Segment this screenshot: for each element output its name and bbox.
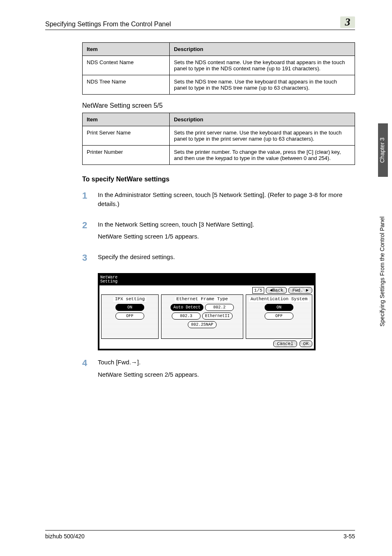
panel-title-line2: Setting <box>100 279 118 284</box>
to-specify-heading: To specify NetWare settings <box>82 176 355 183</box>
cell-item: Print Server Name <box>83 126 170 146</box>
step-text: In the Network Setting screen, touch [3 … <box>98 220 355 229</box>
frame-type-label: Ethernet Frame Type <box>175 297 229 301</box>
cancel-button[interactable]: Cancel <box>273 341 297 347</box>
frame-8022-button[interactable]: 802.2 <box>205 304 234 311</box>
side-tab: Chapter 3 Specifying Settings From the C… <box>378 123 388 366</box>
th-item: Item <box>83 43 170 56</box>
step-number: 2 <box>82 220 98 230</box>
frame-8023-button[interactable]: 802.3 <box>172 313 201 320</box>
step-number: 4 <box>82 358 98 368</box>
auto-detect-button[interactable]: Auto Detect <box>171 304 203 311</box>
th-item: Item <box>83 113 170 126</box>
netware-panel-screenshot: NetWare Setting 1/5 ◄Back Fwd. ► IPX set… <box>98 273 316 350</box>
cell-item: Printer Number <box>83 146 170 165</box>
footer-page: 3-55 <box>344 533 355 540</box>
step-text: NetWare Setting screen 2/5 appears. <box>98 370 355 379</box>
ok-button[interactable]: OK <box>300 341 312 347</box>
side-chapter: Chapter 3 <box>378 123 388 177</box>
table-row: Printer Number Sets the printer number. … <box>83 146 355 165</box>
back-button[interactable]: ◄Back <box>266 287 287 294</box>
cell-desc: Sets the print server name. Use the keyb… <box>170 126 355 146</box>
ethernet2-button[interactable]: EthernetII <box>202 313 233 320</box>
side-title: Specifying Settings From the Control Pan… <box>378 177 388 366</box>
table-row: Print Server Name Sets the print server … <box>83 126 355 146</box>
th-desc: Description <box>170 113 355 126</box>
ipx-off-button[interactable]: OFF <box>115 313 144 320</box>
th-desc: Description <box>170 43 355 56</box>
ipx-setting-label: IPX setting <box>113 297 147 301</box>
section-title: Specifying Settings From the Control Pan… <box>45 21 340 28</box>
snap-button[interactable]: 802.2SNAP <box>188 321 217 328</box>
step-text: Specify the desired settings. <box>98 253 355 262</box>
cell-desc: Sets the NDS context name. Use the keybo… <box>170 56 355 75</box>
step-text: NetWare Setting screen 1/5 appears. <box>98 232 355 241</box>
auth-system-label: Authentication System <box>249 297 309 301</box>
cell-item: NDS Tree Name <box>83 75 170 95</box>
cell-item: NDS Context Name <box>83 56 170 75</box>
ipx-on-button[interactable]: ON <box>115 304 144 311</box>
netware-5-5-heading: NetWare Setting screen 5/5 <box>82 102 355 109</box>
step-number: 1 <box>82 190 98 200</box>
chapter-badge: 3 <box>340 16 355 28</box>
table-row: NDS Tree Name Sets the NDS tree name. Us… <box>83 75 355 95</box>
step-text: Touch [Fwd.→]. <box>98 358 355 367</box>
step-number: 3 <box>82 253 98 262</box>
page-indicator: 1/5 <box>252 287 265 294</box>
footer-model: bizhub 500/420 <box>45 533 85 540</box>
auth-on-button[interactable]: ON <box>265 304 293 311</box>
print-server-table: Item Description Print Server Name Sets … <box>82 113 355 165</box>
cell-desc: Sets the printer number. To change the v… <box>170 146 355 165</box>
nds-table: Item Description NDS Context Name Sets t… <box>82 42 355 95</box>
table-row: NDS Context Name Sets the NDS context na… <box>83 56 355 75</box>
step-text: In the Administrator Setting screen, tou… <box>98 190 355 208</box>
cell-desc: Sets the NDS tree name. Use the keyboard… <box>170 75 355 95</box>
fwd-button[interactable]: Fwd. ► <box>288 287 312 294</box>
auth-off-button[interactable]: OFF <box>265 313 293 320</box>
